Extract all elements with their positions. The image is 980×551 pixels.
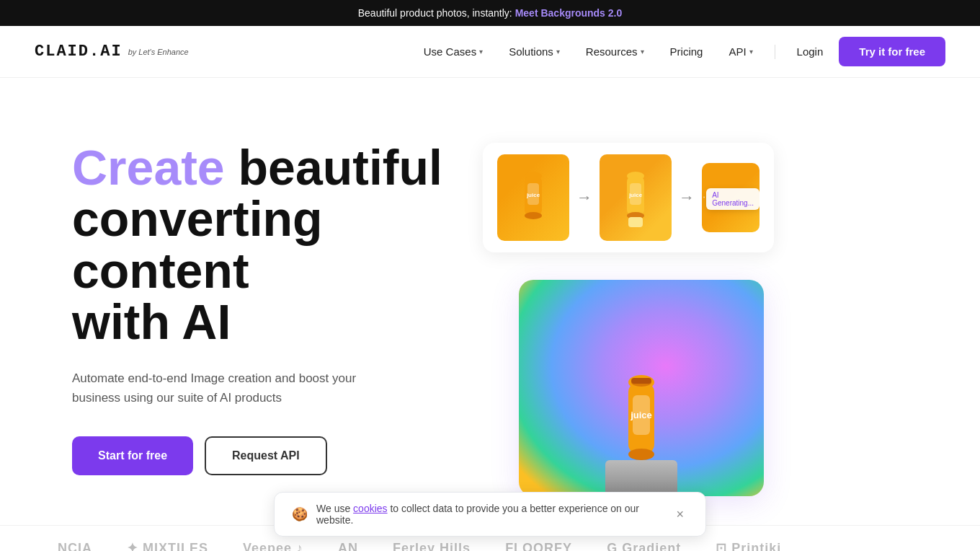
hero-result-image: juice: [519, 280, 764, 496]
hero-title-create: Create: [72, 140, 225, 195]
cookie-text: We use cookies to collect data to provid…: [316, 503, 663, 526]
cookie-link[interactable]: cookies: [353, 503, 387, 514]
nav-api[interactable]: API ▾: [718, 40, 762, 63]
result-bottle-svg: juice: [609, 366, 674, 482]
hero-subtitle: Automate end-to-end Image creation and b…: [72, 369, 389, 407]
hero-title: Create beautifulconverting contentwith A…: [72, 142, 476, 348]
svg-text:juice: juice: [526, 192, 540, 198]
nav-login[interactable]: Login: [787, 40, 834, 63]
svg-rect-10: [628, 217, 643, 227]
bottle-svg-1: juice: [512, 165, 555, 230]
banner-text: Beautiful product photos, instantly:: [358, 7, 515, 19]
svg-point-19: [628, 449, 654, 460]
chevron-down-icon: ▾: [479, 48, 483, 56]
arrow-right-icon: →: [576, 188, 592, 207]
cookie-close-button[interactable]: ×: [672, 506, 688, 524]
logo-an: AN: [338, 541, 358, 552]
logo-gradient: G Gradient: [607, 541, 681, 552]
navigation: CLAID.AI by Let's Enhance Use Cases ▾ So…: [0, 26, 980, 78]
nav-resources[interactable]: Resources ▾: [576, 40, 654, 63]
logo-sub: by Let's Enhance: [128, 48, 189, 56]
hero-visual: juice → juice →: [476, 121, 922, 496]
logo-text: CLAID.AI: [35, 43, 122, 61]
logo-floorfy: FLOORFY: [505, 541, 572, 552]
start-free-button[interactable]: Start for free: [72, 436, 193, 475]
source-image-thumb: juice: [497, 154, 569, 241]
logo-printiki: ⊡ Printiki: [716, 540, 781, 551]
chevron-down-icon: ▾: [556, 48, 560, 56]
hero-content: Create beautifulconverting contentwith A…: [72, 142, 476, 475]
nav-solutions[interactable]: Solutions ▾: [499, 40, 570, 63]
logo-ncia: NCIA: [58, 541, 92, 552]
nav-divider: [775, 45, 775, 59]
arrow-right-icon-2: →: [679, 188, 695, 207]
hero-buttons: Start for free Request API: [72, 436, 476, 475]
hand-image-thumb: juice: [600, 154, 672, 241]
nav-pricing[interactable]: Pricing: [660, 40, 713, 63]
chevron-down-icon: ▾: [641, 48, 644, 56]
svg-point-4: [525, 212, 542, 219]
svg-rect-21: [631, 378, 651, 384]
request-api-button[interactable]: Request API: [205, 436, 327, 475]
chevron-down-icon: ▾: [749, 48, 753, 56]
svg-text:juice: juice: [628, 192, 643, 198]
logo-ferley: Ferley Hills: [393, 541, 471, 552]
top-banner: Beautiful product photos, instantly: Mee…: [0, 0, 980, 26]
logo-veepee: Veepee ♪: [243, 541, 303, 552]
cookie-banner: 🍪 We use cookies to collect data to prov…: [274, 492, 706, 537]
ai-generating-badge: AI Generating...: [706, 188, 760, 210]
nav-use-cases[interactable]: Use Cases ▾: [414, 40, 493, 63]
hero-section: Create beautifulconverting contentwith A…: [0, 78, 980, 525]
ai-result-thumb: juice AI Generating...: [702, 163, 760, 232]
logo-mixtiles: ✦ MIXTILES: [127, 540, 208, 551]
logo-link[interactable]: CLAID.AI by Let's Enhance: [35, 43, 189, 61]
bottle-svg-2: juice: [614, 165, 657, 230]
image-processing-row: juice → juice →: [483, 143, 774, 252]
svg-text:juice: juice: [630, 410, 652, 420]
nav-links: Use Cases ▾ Solutions ▾ Resources ▾ Pric…: [414, 37, 945, 66]
nav-cta-button[interactable]: Try it for free: [839, 37, 945, 66]
cookie-icon: 🍪: [292, 506, 308, 522]
banner-link[interactable]: Meet Backgrounds 2.0: [515, 7, 623, 19]
